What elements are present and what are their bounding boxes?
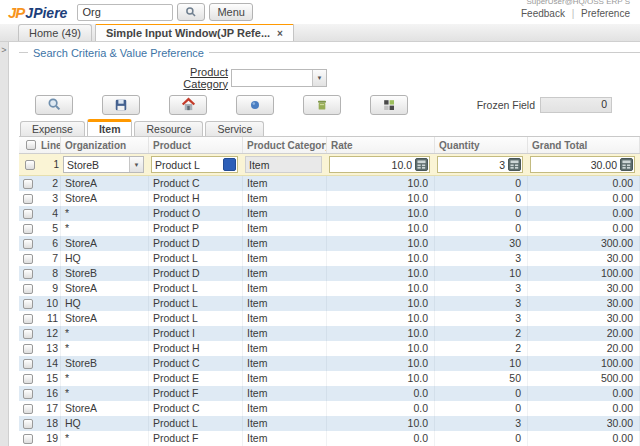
table-row[interactable]: 19*Product FItem0.000.00	[19, 431, 640, 446]
sidebar-expand-handle[interactable]: >	[0, 42, 9, 446]
column-product-category[interactable]: Product Category	[243, 137, 327, 153]
table-row[interactable]: 11StoreAProduct LItem10.0330.00	[19, 311, 640, 326]
requery-button[interactable]	[35, 95, 73, 115]
process-button[interactable]	[236, 95, 274, 115]
calculator-icon[interactable]	[620, 158, 633, 171]
table-row[interactable]: 5*Product PItem10.000.00	[19, 221, 640, 236]
table-row[interactable]: 2StoreAProduct CItem10.000.00	[19, 176, 640, 191]
close-icon[interactable]: ×	[277, 28, 283, 39]
tab-service[interactable]: Service	[205, 121, 264, 136]
frozen-field-input[interactable]: 0	[540, 97, 612, 113]
tab-home[interactable]: Home (49)	[18, 24, 92, 41]
table-row[interactable]: 8StoreBProduct DItem10.010100.00	[19, 266, 640, 281]
tab-expense[interactable]: Expense	[20, 121, 85, 136]
cell-product: Product F	[149, 431, 243, 446]
cell-select	[19, 401, 37, 416]
row-checkbox[interactable]	[23, 374, 33, 384]
row-checkbox[interactable]	[23, 194, 33, 204]
frozen-field-label: Frozen Field	[477, 99, 535, 111]
cell-organization: StoreB	[61, 266, 149, 281]
cell-product-category: Item	[243, 266, 327, 281]
cell-rate: 0.0	[327, 401, 435, 416]
product-lookup-icon[interactable]	[223, 158, 236, 171]
tab-item[interactable]: Item	[87, 119, 133, 136]
row-checkbox[interactable]	[23, 284, 33, 294]
grand-total-field[interactable]: 30.00	[530, 156, 635, 173]
jpiere-logo[interactable]: JP JPiere	[8, 4, 67, 21]
table-row[interactable]: 9StoreAProduct LItem10.0330.00	[19, 281, 640, 296]
product-category-combobox[interactable]: ▼	[231, 69, 327, 87]
row-checkbox[interactable]	[23, 404, 33, 414]
column-quantity[interactable]: Quantity	[435, 137, 528, 153]
row-checkbox[interactable]	[23, 179, 33, 189]
cell-rate: 10.0	[327, 326, 435, 341]
cell-product: Product P	[149, 221, 243, 236]
column-rate[interactable]: Rate	[327, 137, 435, 153]
grid-header: Line Organization Product Product Catego…	[19, 137, 640, 154]
row-checkbox[interactable]	[23, 329, 33, 339]
cell-line: 16	[37, 386, 61, 401]
column-product[interactable]: Product	[149, 137, 243, 153]
rate-field[interactable]: 10.0	[329, 156, 430, 173]
row-checkbox[interactable]	[23, 344, 33, 354]
chevron-down-icon[interactable]: ▼	[129, 157, 143, 172]
edit-row[interactable]: 1 StoreB ▼ Product L Item	[19, 154, 640, 176]
cell-line: 15	[37, 371, 61, 386]
table-row[interactable]: 4*Product OItem10.000.00	[19, 206, 640, 221]
cell-organization: StoreA	[61, 236, 149, 251]
table-row[interactable]: 10HQProduct LItem10.0330.00	[19, 296, 640, 311]
column-organization[interactable]: Organization	[61, 137, 149, 153]
column-line[interactable]: Line	[37, 137, 61, 153]
row-checkbox[interactable]	[23, 224, 33, 234]
table-row[interactable]: 16*Product FItem0.000.00	[19, 386, 640, 401]
row-checkbox[interactable]	[23, 209, 33, 219]
tab-simple-input-window[interactable]: Simple Input Window(JP Refe... ×	[95, 22, 294, 41]
table-row[interactable]: 7HQProduct LItem10.0330.00	[19, 251, 640, 266]
row-checkbox[interactable]	[23, 254, 33, 264]
table-row[interactable]: 14StoreBProduct CItem10.010100.00	[19, 356, 640, 371]
delete-button[interactable]	[303, 95, 341, 115]
table-row[interactable]: 15*Product EItem10.050500.00	[19, 371, 640, 386]
column-grand-total[interactable]: Grand Total	[528, 137, 640, 153]
cell-quantity: 3	[435, 296, 528, 311]
table-row[interactable]: 3StoreAProduct HItem10.000.00	[19, 191, 640, 206]
product-search-field[interactable]: Product L	[151, 156, 238, 173]
cell-organization: StoreA	[61, 176, 149, 191]
cell-product-category: Item	[243, 281, 327, 296]
table-row[interactable]: 12*Product IItem10.0220.00	[19, 326, 640, 341]
detail-toggle-button[interactable]	[370, 95, 408, 115]
table-row[interactable]: 13*Product HItem10.0220.00	[19, 341, 640, 356]
cell-product-category: Item	[243, 416, 327, 431]
grid-body: 2StoreAProduct CItem10.000.003StoreAProd…	[19, 176, 640, 446]
chevron-down-icon[interactable]: ▼	[312, 70, 326, 86]
table-row[interactable]: 6StoreAProduct DItem10.030300.00	[19, 236, 640, 251]
row-checkbox[interactable]	[23, 434, 33, 444]
tab-resource[interactable]: Resource	[134, 121, 203, 136]
grand-total-value: 30.00	[531, 159, 620, 171]
row-checkbox[interactable]	[23, 239, 33, 249]
menu-button[interactable]: Menu	[209, 3, 253, 21]
table-row[interactable]: 17StoreAProduct CItem0.000.00	[19, 401, 640, 416]
row-checkbox[interactable]	[23, 314, 33, 324]
calculator-icon[interactable]	[415, 158, 428, 171]
calculator-icon[interactable]	[508, 158, 521, 171]
select-all-checkbox[interactable]	[26, 140, 36, 150]
global-search-button[interactable]	[177, 3, 205, 21]
table-row[interactable]: 18HQProduct LItem10.0330.00	[19, 416, 640, 431]
row-checkbox[interactable]	[23, 359, 33, 369]
cell-organization: HQ	[61, 296, 149, 311]
row-checkbox[interactable]	[23, 269, 33, 279]
global-search-input[interactable]	[77, 4, 173, 21]
row-checkbox[interactable]	[23, 419, 33, 429]
quantity-field[interactable]: 3	[437, 156, 523, 173]
home-button[interactable]	[169, 95, 207, 115]
row-checkbox[interactable]	[25, 160, 35, 170]
save-button[interactable]	[102, 95, 140, 115]
row-checkbox[interactable]	[23, 389, 33, 399]
organization-combobox[interactable]: StoreB ▼	[63, 156, 144, 173]
cell-grand-total: 300.00	[528, 236, 640, 251]
preference-link[interactable]: Preference	[581, 8, 630, 19]
logo-mark: JP	[8, 4, 24, 21]
feedback-link[interactable]: Feedback	[521, 8, 565, 19]
row-checkbox[interactable]	[23, 299, 33, 309]
